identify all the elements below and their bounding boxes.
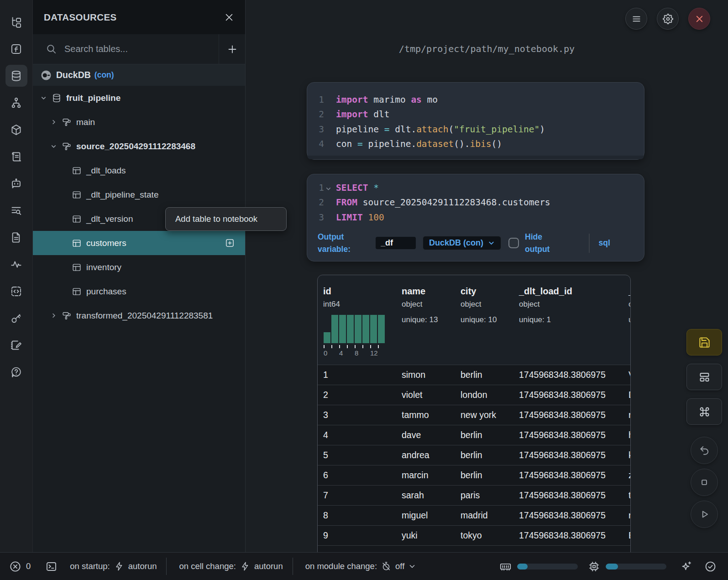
tree-item-customers[interactable]: customers	[33, 231, 245, 255]
find-icon-button[interactable]	[5, 199, 27, 221]
file-tree-icon-button[interactable]	[5, 11, 27, 33]
column-header-id: idint6404812	[323, 286, 402, 365]
table-cell: 4	[323, 430, 402, 440]
tree-item-main[interactable]: main	[33, 110, 245, 134]
table-icon	[72, 238, 82, 248]
table-icon	[72, 214, 82, 224]
interrupt-button[interactable]	[691, 469, 718, 496]
table-cell: marcin	[402, 470, 461, 481]
functions-icon-button[interactable]	[5, 38, 27, 60]
package-icon	[10, 124, 22, 136]
help-icon-button[interactable]	[5, 361, 27, 383]
table-cell: z	[628, 470, 631, 481]
table-cell: simon	[402, 370, 461, 380]
chevron-down-icon	[50, 143, 57, 150]
logs-icon-button[interactable]	[5, 146, 27, 167]
engine-select-dropdown[interactable]: DuckDB (con)	[423, 236, 501, 250]
error-indicator[interactable]: 0	[9, 560, 31, 573]
table-header: idint6404812nameobjectunique: 13cityobje…	[318, 275, 630, 365]
close-app-button[interactable]	[688, 8, 710, 30]
tree-item-transformed_202504291112283581[interactable]: transformed_202504291112283581	[33, 303, 245, 328]
table-cell: 1745968348.3806975	[519, 510, 628, 521]
tracing-icon-button[interactable]	[5, 253, 27, 275]
documentation-icon-button[interactable]	[5, 226, 27, 248]
add-table-button[interactable]	[225, 238, 235, 248]
python-code-cell[interactable]: 1import marimo as mo2import dlt3pipeline…	[307, 82, 644, 160]
table-cell: miguel	[402, 510, 461, 521]
tree-item-_dlt_pipeline_state[interactable]: _dlt_pipeline_state	[33, 183, 245, 207]
tree-item-label: purchases	[86, 287, 126, 297]
output-variable-input[interactable]	[376, 237, 416, 249]
layout-select-button[interactable]	[686, 364, 722, 390]
tree-item-fruit_pipeline[interactable]: fruit_pipeline	[33, 86, 245, 110]
on-startup-label: on startup:	[70, 561, 110, 571]
resource-indicators	[499, 560, 717, 573]
save-button[interactable]	[686, 329, 722, 355]
table-row: 7sarahparis1745968348.3806975t	[318, 485, 630, 505]
python-code: 1import marimo as mo2import dlt3pipeline…	[307, 92, 644, 152]
on-cell-change-setting[interactable]: on cell change: autorun	[179, 561, 283, 571]
terminal-button[interactable]	[45, 560, 58, 573]
notebook-path: /tmp/project/path/my_notebook.py	[246, 43, 728, 54]
tree-item-_dlt_loads[interactable]: _dlt_loads	[33, 158, 245, 183]
table-row-partial	[318, 545, 630, 552]
ai-assist-button[interactable]	[680, 560, 692, 573]
undo-icon	[698, 444, 710, 456]
packages-icon-button[interactable]	[5, 119, 27, 141]
result-table: idint6404812nameobjectunique: 13cityobje…	[317, 275, 631, 552]
sql-code-cell[interactable]: 1SELECT *2FROM source_202504291112283468…	[307, 174, 644, 261]
check-circle-icon	[704, 560, 717, 573]
snippets-icon-button[interactable]	[5, 280, 27, 302]
add-datasource-button[interactable]	[219, 34, 245, 64]
table-row: 9yukitokyo1745968348.3806975E	[318, 525, 630, 545]
ai-chat-icon-button[interactable]	[5, 172, 27, 194]
table-cell: tokyo	[461, 530, 519, 541]
menu-button[interactable]	[625, 8, 647, 30]
pulse-icon	[10, 258, 22, 271]
table-row: 8miguelmadrid1745968348.3806975r	[318, 505, 630, 525]
run-button[interactable]	[691, 501, 718, 528]
on-module-change-setting[interactable]: on module change: off	[305, 561, 416, 571]
table-cell: berlin	[461, 470, 519, 481]
connection-row-duckdb[interactable]: DuckDB (con)	[33, 64, 245, 86]
tooltip: Add table to notebook	[165, 207, 287, 231]
tree-item-purchases[interactable]: purchases	[33, 279, 245, 303]
scroll-icon	[10, 151, 22, 163]
notebook-pen-icon	[10, 339, 22, 351]
language-badge: sql	[599, 237, 610, 249]
datasources-icon-button[interactable]	[5, 65, 27, 87]
table-cell: madrid	[461, 510, 519, 521]
lightning-icon	[114, 561, 124, 571]
ram-icon	[499, 560, 512, 573]
table-cell: r	[628, 410, 631, 420]
database-icon	[52, 93, 62, 103]
code-line: 1SELECT *	[307, 180, 644, 195]
close-icon	[694, 14, 705, 24]
on-startup-setting[interactable]: on startup: autorun	[70, 561, 157, 571]
code-line: 3pipeline = dlt.attach("fruit_pipeline")	[307, 122, 644, 137]
dependencies-icon-button[interactable]	[5, 92, 27, 114]
tree-item-label: main	[76, 117, 95, 127]
tree-item-label: inventory	[86, 262, 121, 272]
schema-icon	[62, 311, 72, 321]
undo-button[interactable]	[691, 437, 718, 464]
schema-icon	[62, 141, 72, 152]
table-cell: D	[628, 390, 631, 400]
stop-icon	[698, 476, 710, 488]
scratchpad-icon-button[interactable]	[5, 334, 27, 356]
tree-item-source_202504291112283468[interactable]: source_202504291112283468	[33, 134, 245, 158]
panel-close-button[interactable]	[224, 12, 234, 22]
keyboard-shortcuts-button[interactable]	[686, 398, 722, 425]
settings-button[interactable]	[657, 8, 679, 30]
search-tables-input[interactable]	[64, 44, 219, 54]
secrets-icon-button[interactable]	[5, 307, 27, 329]
table-cell: berlin	[461, 450, 519, 460]
table-cell: 1745968348.3806975	[519, 430, 628, 440]
hide-output-checkbox[interactable]	[508, 238, 519, 248]
table-cell: h	[628, 430, 631, 440]
column-header-city: cityobjectunique: 10	[461, 286, 519, 365]
chevron-down-icon	[40, 94, 47, 101]
on-startup-value: autorun	[128, 561, 157, 571]
sql-code: 1SELECT *2FROM source_202504291112283468…	[307, 180, 644, 225]
tree-item-inventory[interactable]: inventory	[33, 255, 245, 279]
